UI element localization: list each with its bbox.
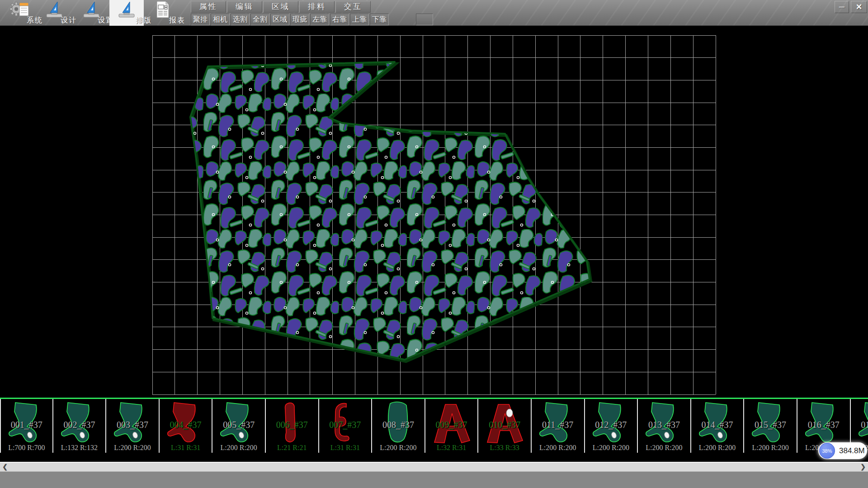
menu-tab[interactable]: 区域 [263, 1, 298, 13]
horizontal-scrollbar[interactable]: ❮ ❯ [0, 462, 868, 471]
scroll-left-icon[interactable]: ❮ [0, 463, 10, 471]
thumbnail-cell[interactable]: 010_#37L:33 R:33 [478, 399, 532, 453]
piece-id-label: 010_#37 [478, 420, 531, 430]
piece-id-label: 005_#37 [212, 420, 265, 430]
progress-circle: 38% [819, 443, 835, 459]
app-button-layout[interactable]: 排版 [109, 0, 144, 26]
piece-id-label: 011_#37 [532, 420, 584, 430]
piece-size-label: L:33 R:33 [478, 444, 531, 452]
thumbnail-cell[interactable]: 005_#37L:200 R:200 [212, 399, 266, 453]
thumbnail-cell[interactable]: 011_#37L:200 R:200 [532, 399, 585, 453]
tool-button[interactable]: 上靠 [350, 14, 369, 25]
thumbnail-cell[interactable]: 013_#37L:200 R:200 [638, 399, 691, 453]
thumbnail-cell[interactable]: 012_#37L:200 R:200 [585, 399, 638, 453]
nesting-drawing [0, 26, 868, 398]
tool-button[interactable]: 下靠 [370, 14, 389, 25]
menu-tab[interactable]: 编辑 [227, 1, 262, 13]
tool-button[interactable]: 区域 [270, 14, 289, 25]
status-bar [0, 471, 868, 488]
app-button-label: 报表 [163, 16, 192, 25]
menu-tab[interactable]: 交互 [335, 1, 371, 13]
piece-size-label: L:132 R:132 [53, 444, 106, 452]
app-button-report[interactable]: 报表 [148, 0, 177, 26]
piece-size-label: L:200 R:200 [691, 444, 744, 452]
tool-button[interactable]: 选割 [231, 14, 250, 25]
scroll-right-icon[interactable]: ❯ [858, 463, 868, 471]
piece-id-label: 012_#37 [585, 420, 637, 430]
thumbnail-cell[interactable]: 002_#37L:132 R:132 [53, 399, 107, 453]
piece-id-label: 001_#37 [1, 420, 52, 430]
menu-tab[interactable]: 属性 [191, 1, 226, 13]
application-window: 系统 设计 设置 [0, 0, 868, 488]
memory-value: 384.8M [839, 442, 865, 459]
minimize-button[interactable]: ─ [835, 1, 849, 13]
tool-button[interactable]: 瑕疵 [290, 14, 309, 25]
piece-id-label: 006_#37 [266, 420, 318, 430]
piece-id-label: 015_#37 [744, 420, 797, 430]
piece-id-label: 013_#37 [638, 420, 690, 430]
piece-id-label: 014_#37 [691, 420, 744, 430]
top-toolbar: 系统 设计 设置 [0, 0, 868, 26]
thumbnail-cell[interactable]: 014_#37L:200 R:200 [691, 399, 745, 453]
piece-size-label: L:31 R:31 [160, 444, 212, 452]
thumbnail-cell[interactable]: 008_#37L:200 R:200 [372, 399, 425, 453]
piece-size-label: L:200 R:200 [638, 444, 690, 452]
tool-button[interactable]: 相机 [211, 14, 230, 25]
piece-id-label: 002_#37 [53, 420, 106, 430]
piece-size-label: L:200 R:200 [106, 444, 159, 452]
thumbnail-cell[interactable]: 001_#37L:700 R:700 [0, 399, 53, 453]
piece-size-label: L:200 R:200 [372, 444, 425, 452]
piece-id-label: 003_#37 [106, 420, 159, 430]
piece-thumbnail-strip[interactable]: 001_#37L:700 R:700002_#37L:132 R:132003_… [0, 399, 868, 453]
piece-size-label: L:32 R:31 [425, 444, 478, 452]
piece-size-label: L:200 R:200 [585, 444, 637, 452]
tool-button[interactable]: 左靠 [310, 14, 329, 25]
thumbnail-cell[interactable]: 009_#37L:32 R:31 [425, 399, 479, 453]
piece-size-label: L:31 R:31 [319, 444, 372, 452]
thumbnail-cell[interactable]: 003_#37L:200 R:200 [106, 399, 160, 453]
piece-id-label: 009_#37 [425, 420, 478, 430]
close-button[interactable]: ✕ [851, 1, 867, 13]
tool-button-blank[interactable] [416, 14, 433, 25]
memory-status-badge: 38% 384.8M [818, 442, 867, 459]
app-button-design[interactable]: 设计 [40, 0, 69, 26]
tool-button[interactable]: 全割 [250, 14, 269, 25]
thumbnail-cell[interactable]: 004_#37L:31 R:31 [160, 399, 213, 453]
piece-size-label: L:21 R:21 [266, 444, 318, 452]
tool-button[interactable]: 右靠 [330, 14, 349, 25]
tool-button[interactable]: 聚排 [191, 14, 210, 25]
piece-size-label: L:200 R:200 [212, 444, 265, 452]
app-button-settings[interactable]: 设置 [77, 0, 106, 26]
piece-size-label: L:200 R:200 [744, 444, 797, 452]
piece-size-label: L:200 R:200 [532, 444, 584, 452]
thumbnail-cell[interactable]: 015_#37L:200 R:200 [744, 399, 797, 453]
piece-id-label: 008_#37 [372, 420, 425, 430]
piece-size-label: L:700 R:700 [1, 444, 52, 452]
piece-id-label: 007_#37 [319, 420, 372, 430]
nesting-canvas[interactable] [0, 26, 868, 398]
thumbnail-cell[interactable]: 006_#37L:21 R:21 [266, 399, 319, 453]
piece-id-label: 017_#37 [851, 420, 868, 430]
piece-id-label: 016_#37 [797, 420, 850, 430]
app-button-system[interactable]: 系统 [6, 0, 35, 26]
piece-id-label: 004_#37 [160, 420, 212, 430]
thumbnail-cell[interactable]: 007_#37L:31 R:31 [319, 399, 373, 453]
menu-tab[interactable]: 排料 [299, 1, 335, 13]
